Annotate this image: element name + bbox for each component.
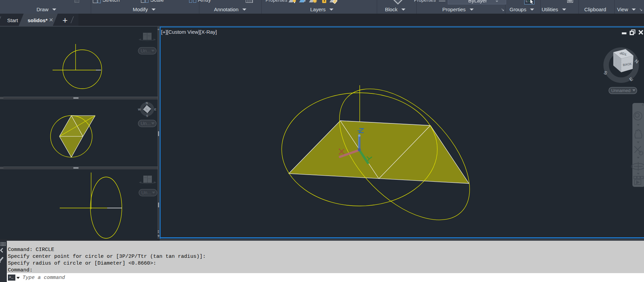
- svg-text:W: W: [138, 108, 141, 111]
- svg-text:E: E: [154, 108, 156, 111]
- svg-text:Un...: Un...: [141, 121, 151, 126]
- svg-text:[+][Custom View][X-Ray]: [+][Custom View][X-Ray]: [161, 29, 217, 35]
- svg-text:Un...: Un...: [141, 48, 151, 54]
- svg-text:Un...: Un...: [141, 190, 152, 195]
- svg-text:N: N: [146, 101, 148, 105]
- svg-text:S: S: [146, 114, 148, 118]
- svg-text:Unnamed: Unnamed: [611, 88, 630, 93]
- svg-text:✕: ✕: [642, 103, 644, 107]
